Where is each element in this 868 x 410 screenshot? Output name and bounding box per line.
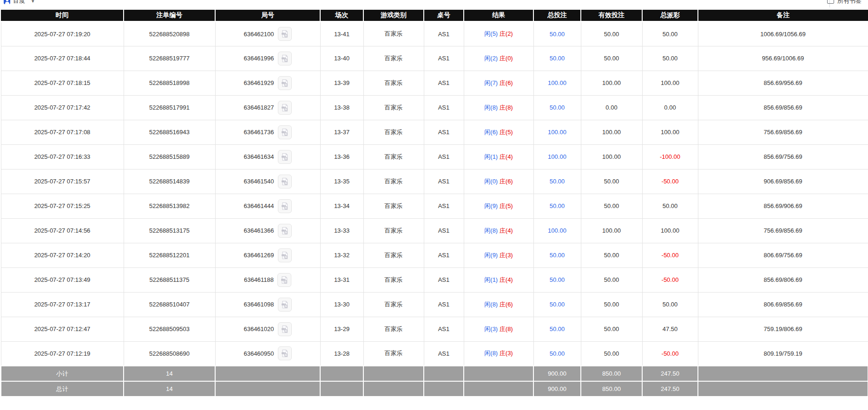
total-bet-link[interactable]: 50.00 bbox=[550, 31, 565, 38]
cell-time: 2025-07-27 07:15:25 bbox=[1, 194, 124, 218]
cell-table-no: AS1 bbox=[424, 218, 464, 243]
total-bet-link[interactable]: 50.00 bbox=[550, 301, 565, 308]
cell-bet-id: 522688511375 bbox=[124, 267, 215, 292]
cell-remark: 806.69/756.69 bbox=[698, 243, 868, 267]
total-bet-link[interactable]: 100.00 bbox=[548, 227, 566, 234]
total-bet-link[interactable]: 50.00 bbox=[550, 55, 565, 62]
col-round-no: 局号 bbox=[215, 10, 320, 21]
cell-valid-bet: 50.00 bbox=[581, 21, 642, 46]
video-replay-button[interactable] bbox=[278, 52, 292, 65]
total-bet-link[interactable]: 50.00 bbox=[550, 252, 565, 259]
total-bet-link[interactable]: 50.00 bbox=[550, 350, 565, 357]
player-label: 闲 bbox=[484, 276, 490, 283]
total-bet-link[interactable]: 100.00 bbox=[548, 79, 566, 86]
cell-payout: -50.00 bbox=[642, 169, 698, 194]
total-bet-link[interactable]: 50.00 bbox=[550, 202, 565, 209]
video-replay-icon bbox=[281, 153, 289, 161]
banker-score: (8) bbox=[506, 104, 513, 111]
bet-records-table: 时间 注单编号 局号 场次 游戏类别 桌号 结果 总投注 有效投注 总派彩 备注… bbox=[0, 10, 868, 397]
table-row: 2025-07-27 07:12:19 522688508690 6364609… bbox=[1, 341, 868, 366]
video-replay-button[interactable] bbox=[277, 273, 291, 287]
total-bet-link[interactable]: 50.00 bbox=[550, 178, 565, 185]
cell-result: 闲(8) 庄(8) bbox=[464, 95, 533, 120]
total-bet-link[interactable]: 50.00 bbox=[550, 325, 565, 332]
video-replay-button[interactable] bbox=[278, 322, 292, 336]
cell-total-bet: 50.00 bbox=[533, 46, 581, 71]
cell-game: 百家乐 bbox=[363, 218, 424, 243]
table-row: 2025-07-27 07:19:20 522688520898 6364621… bbox=[1, 21, 868, 46]
banker-label: 庄 bbox=[500, 55, 506, 62]
cell-time: 2025-07-27 07:13:17 bbox=[1, 292, 124, 317]
banker-score: (3) bbox=[506, 350, 513, 357]
total-bet-link[interactable]: 50.00 bbox=[550, 276, 565, 283]
video-replay-button[interactable] bbox=[278, 101, 292, 115]
video-replay-button[interactable] bbox=[278, 76, 292, 90]
cell-result: 闲(9) 庄(3) bbox=[464, 243, 533, 267]
video-replay-button[interactable] bbox=[278, 248, 292, 262]
cell-session: 13-39 bbox=[320, 71, 363, 95]
video-replay-button[interactable] bbox=[278, 27, 292, 41]
cell-game: 百家乐 bbox=[363, 71, 424, 95]
video-replay-button[interactable] bbox=[278, 199, 292, 213]
total-bet-link[interactable]: 50.00 bbox=[550, 104, 565, 111]
table-row: 2025-07-27 07:18:44 522688519777 6364619… bbox=[1, 46, 868, 71]
cell-table-no: AS1 bbox=[424, 95, 464, 120]
total-bet-link[interactable]: 100.00 bbox=[548, 129, 566, 136]
cell-round-no: 636461020 bbox=[215, 317, 320, 341]
total-bet-link[interactable]: 100.00 bbox=[548, 153, 566, 160]
cell-table-no: AS1 bbox=[424, 169, 464, 194]
banker-label: 庄 bbox=[500, 202, 506, 209]
cell-game: 百家乐 bbox=[363, 243, 424, 267]
video-replay-button[interactable] bbox=[278, 175, 292, 189]
cell-game: 百家乐 bbox=[363, 267, 424, 292]
cell-valid-bet: 50.00 bbox=[581, 194, 642, 218]
video-replay-button[interactable] bbox=[278, 224, 292, 238]
bookmarks-bar: 百度 ▾ 所有书签 bbox=[0, 0, 868, 7]
cell-round-no: 636461736 bbox=[215, 120, 320, 144]
cell-game: 百家乐 bbox=[363, 317, 424, 341]
cell-bet-id: 522688514839 bbox=[124, 169, 215, 194]
bookmark-item-baidu[interactable]: 百度 bbox=[4, 0, 25, 5]
video-replay-button[interactable] bbox=[278, 346, 292, 360]
player-score: (3) bbox=[490, 325, 498, 332]
round-number: 636461366 bbox=[243, 227, 274, 234]
cell-valid-bet: 50.00 bbox=[581, 267, 642, 292]
summary-valid-bet: 850.00 bbox=[581, 366, 642, 381]
all-bookmarks-button[interactable]: 所有书签 bbox=[827, 0, 861, 7]
cell-bet-id: 522688517991 bbox=[124, 95, 215, 120]
video-replay-button[interactable] bbox=[278, 150, 292, 164]
player-label: 闲 bbox=[484, 178, 490, 185]
player-score: (8) bbox=[490, 350, 498, 357]
cell-total-bet: 50.00 bbox=[533, 317, 581, 341]
cell-total-bet: 100.00 bbox=[533, 71, 581, 95]
player-label: 闲 bbox=[484, 30, 490, 37]
cell-result: 闲(9) 庄(5) bbox=[464, 194, 533, 218]
cell-payout: -50.00 bbox=[642, 267, 698, 292]
video-replay-button[interactable] bbox=[278, 298, 292, 312]
table-header: 时间 注单编号 局号 场次 游戏类别 桌号 结果 总投注 有效投注 总派彩 备注 bbox=[1, 10, 868, 21]
round-number: 636461269 bbox=[243, 252, 274, 259]
cell-remark: 856.69/906.69 bbox=[698, 194, 868, 218]
chevron-down-icon[interactable]: ▾ bbox=[32, 0, 34, 4]
cell-session: 13-28 bbox=[320, 341, 363, 366]
cell-table-no: AS1 bbox=[424, 317, 464, 341]
cell-round-no: 636461269 bbox=[215, 243, 320, 267]
cell-round-no: 636461827 bbox=[215, 95, 320, 120]
cell-round-no: 636461188 bbox=[215, 267, 320, 292]
cell-remark: 809.19/759.19 bbox=[698, 341, 868, 366]
cell-bet-id: 522688512201 bbox=[124, 243, 215, 267]
cell-table-no: AS1 bbox=[424, 21, 464, 46]
cell-valid-bet: 50.00 bbox=[581, 46, 642, 71]
site-favicon-icon bbox=[4, 0, 10, 4]
player-label: 闲 bbox=[484, 202, 490, 209]
cell-session: 13-35 bbox=[320, 169, 363, 194]
video-replay-button[interactable] bbox=[278, 125, 292, 139]
banker-label: 庄 bbox=[500, 301, 506, 308]
cell-valid-bet: 100.00 bbox=[581, 120, 642, 144]
cell-round-no: 636461098 bbox=[215, 292, 320, 317]
cell-payout: 100.00 bbox=[642, 120, 698, 144]
banker-label: 庄 bbox=[500, 325, 506, 332]
cell-bet-id: 522688510407 bbox=[124, 292, 215, 317]
cell-payout: 50.00 bbox=[642, 194, 698, 218]
cell-total-bet: 50.00 bbox=[533, 267, 581, 292]
